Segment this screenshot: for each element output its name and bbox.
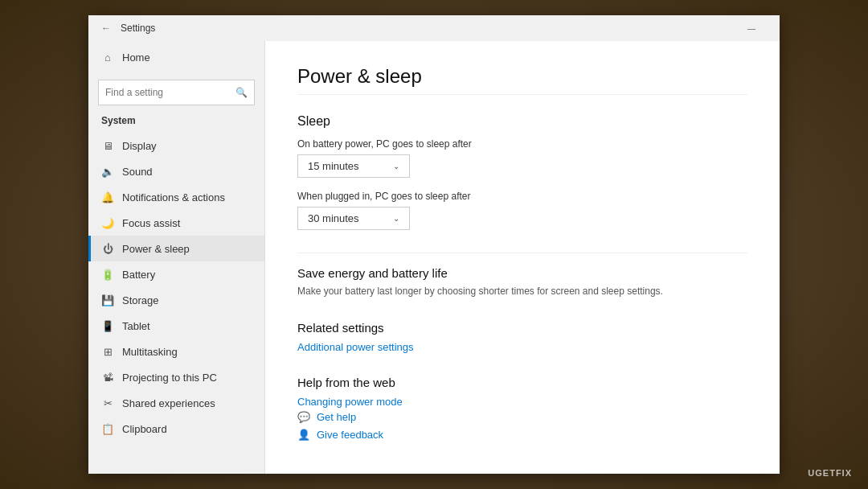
sleep-section: Sleep On battery power, PC goes to sleep… — [297, 114, 747, 230]
help-section: Help from the web Changing power mode 💬 … — [297, 376, 747, 442]
battery-sleep-label: On battery power, PC goes to sleep after — [297, 138, 747, 150]
sound-icon: 🔈 — [101, 165, 114, 178]
display-icon: 🖥 — [101, 139, 114, 152]
projecting-icon: 📽 — [101, 371, 114, 384]
related-title: Related settings — [297, 321, 747, 335]
content-area: ⌂ Home 🔍 System 🖥 Display 🔈 Sound 🔔 N — [88, 41, 780, 474]
get-help-link[interactable]: 💬 Get help — [297, 411, 747, 424]
system-label: System — [88, 112, 264, 133]
sidebar-item-projecting[interactable]: 📽 Projecting to this PC — [88, 364, 264, 390]
sidebar-item-storage[interactable]: 💾 Storage — [88, 287, 264, 313]
clipboard-icon: 📋 — [101, 422, 114, 435]
give-feedback-label: Give feedback — [317, 429, 383, 441]
display-label: Display — [122, 140, 157, 152]
battery-label: Battery — [122, 269, 155, 281]
give-feedback-icon: 👤 — [297, 429, 310, 442]
tablet-icon: 📱 — [101, 319, 114, 332]
storage-label: Storage — [122, 294, 159, 306]
window-title: Settings — [121, 23, 733, 34]
sidebar-item-notifications[interactable]: 🔔 Notifications & actions — [88, 184, 264, 210]
energy-section: Save energy and battery life Make your b… — [297, 266, 747, 298]
power-label: Power & sleep — [122, 243, 190, 255]
shared-label: Shared experiences — [122, 397, 215, 409]
back-button[interactable]: ← — [98, 20, 114, 36]
plugged-dropdown-arrow: ⌄ — [393, 214, 399, 223]
battery-dropdown-arrow: ⌄ — [393, 162, 399, 171]
focus-label: Focus assist — [122, 217, 180, 229]
plugged-sleep-label: When plugged in, PC goes to sleep after — [297, 191, 747, 202]
sidebar: ⌂ Home 🔍 System 🖥 Display 🔈 Sound 🔔 N — [88, 41, 265, 474]
storage-icon: 💾 — [101, 294, 114, 306]
sleep-title: Sleep — [297, 114, 747, 129]
search-icon: 🔍 — [235, 87, 248, 98]
main-content: Power & sleep Sleep On battery power, PC… — [265, 41, 780, 474]
sidebar-item-home[interactable]: ⌂ Home — [88, 41, 264, 73]
sidebar-item-sound[interactable]: 🔈 Sound — [88, 158, 264, 184]
plugged-sleep-dropdown[interactable]: 30 minutes ⌄ — [297, 207, 410, 230]
get-help-icon: 💬 — [297, 411, 310, 424]
minimize-button[interactable]: — — [733, 15, 770, 41]
home-icon: ⌂ — [101, 51, 114, 64]
sidebar-item-battery[interactable]: 🔋 Battery — [88, 261, 264, 287]
search-box[interactable]: 🔍 — [98, 80, 255, 105]
sidebar-item-shared[interactable]: ✂ Shared experiences — [88, 390, 264, 416]
power-icon: ⏻ — [101, 242, 114, 255]
changing-power-link[interactable]: Changing power mode — [297, 396, 747, 408]
page-title: Power & sleep — [297, 65, 747, 95]
clipboard-label: Clipboard — [122, 423, 167, 435]
multitasking-icon: ⊞ — [101, 345, 114, 358]
multitasking-label: Multitasking — [122, 346, 178, 358]
window-controls: — — [733, 15, 770, 41]
divider-1 — [297, 253, 747, 253]
battery-sleep-dropdown[interactable]: 15 minutes ⌄ — [297, 154, 410, 178]
title-bar: ← Settings — — [88, 15, 780, 41]
sidebar-item-tablet[interactable]: 📱 Tablet — [88, 313, 264, 339]
sidebar-item-display[interactable]: 🖥 Display — [88, 133, 264, 158]
battery-sleep-value: 15 minutes — [308, 160, 359, 172]
sidebar-item-clipboard[interactable]: 📋 Clipboard — [88, 416, 264, 442]
related-section: Related settings Additional power settin… — [297, 321, 747, 353]
home-label: Home — [122, 51, 150, 64]
notifications-icon: 🔔 — [101, 191, 114, 203]
sidebar-item-focus[interactable]: 🌙 Focus assist — [88, 210, 264, 236]
energy-title: Save energy and battery life — [297, 266, 747, 280]
watermark: UGETFIX — [808, 468, 852, 478]
notifications-label: Notifications & actions — [122, 191, 225, 203]
settings-window: ← Settings — ⌂ Home 🔍 System 🖥 Displa — [88, 15, 780, 474]
projecting-label: Projecting to this PC — [122, 372, 217, 384]
help-title: Help from the web — [297, 376, 747, 389]
get-help-label: Get help — [317, 411, 356, 423]
shared-icon: ✂ — [101, 397, 114, 409]
battery-icon: 🔋 — [101, 268, 114, 281]
energy-description: Make your battery last longer by choosin… — [297, 285, 747, 298]
plugged-sleep-value: 30 minutes — [308, 212, 359, 224]
search-input[interactable] — [105, 87, 235, 98]
tablet-label: Tablet — [122, 320, 150, 332]
sidebar-item-power[interactable]: ⏻ Power & sleep — [88, 236, 264, 261]
sidebar-item-multitasking[interactable]: ⊞ Multitasking — [88, 339, 264, 364]
give-feedback-link[interactable]: 👤 Give feedback — [297, 429, 747, 442]
focus-icon: 🌙 — [101, 216, 114, 229]
additional-power-link[interactable]: Additional power settings — [297, 341, 747, 353]
sound-label: Sound — [122, 166, 153, 178]
